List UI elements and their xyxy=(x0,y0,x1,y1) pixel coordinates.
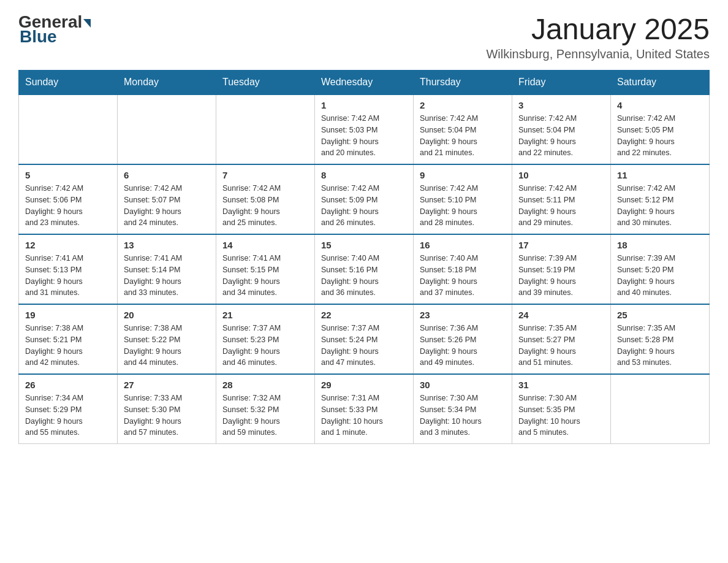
day-number: 16 xyxy=(420,240,506,250)
calendar-cell: 14Sunrise: 7:41 AM Sunset: 5:15 PM Dayli… xyxy=(216,234,315,304)
calendar-cell: 2Sunrise: 7:42 AM Sunset: 5:04 PM Daylig… xyxy=(414,94,512,164)
day-number: 26 xyxy=(25,380,111,390)
week-row-5: 26Sunrise: 7:34 AM Sunset: 5:29 PM Dayli… xyxy=(19,374,710,444)
day-info: Sunrise: 7:39 AM Sunset: 5:20 PM Dayligh… xyxy=(617,253,703,299)
calendar-cell: 24Sunrise: 7:35 AM Sunset: 5:27 PM Dayli… xyxy=(512,304,611,374)
calendar-cell: 10Sunrise: 7:42 AM Sunset: 5:11 PM Dayli… xyxy=(512,164,611,234)
day-info: Sunrise: 7:42 AM Sunset: 5:10 PM Dayligh… xyxy=(420,183,506,229)
weekday-header-sunday: Sunday xyxy=(19,71,118,95)
day-number: 20 xyxy=(124,310,210,320)
week-row-4: 19Sunrise: 7:38 AM Sunset: 5:21 PM Dayli… xyxy=(19,304,710,374)
calendar-cell: 13Sunrise: 7:41 AM Sunset: 5:14 PM Dayli… xyxy=(118,234,216,304)
weekday-header-wednesday: Wednesday xyxy=(315,71,414,95)
day-number: 17 xyxy=(518,240,604,250)
weekday-header-thursday: Thursday xyxy=(414,71,512,95)
day-info: Sunrise: 7:42 AM Sunset: 5:06 PM Dayligh… xyxy=(25,183,111,229)
calendar-cell: 21Sunrise: 7:37 AM Sunset: 5:23 PM Dayli… xyxy=(216,304,315,374)
day-info: Sunrise: 7:38 AM Sunset: 5:21 PM Dayligh… xyxy=(25,323,111,369)
calendar-cell: 27Sunrise: 7:33 AM Sunset: 5:30 PM Dayli… xyxy=(118,374,216,444)
day-number: 15 xyxy=(321,240,407,250)
day-number: 24 xyxy=(518,310,604,320)
day-info: Sunrise: 7:42 AM Sunset: 5:11 PM Dayligh… xyxy=(518,183,604,229)
calendar-cell: 12Sunrise: 7:41 AM Sunset: 5:13 PM Dayli… xyxy=(19,234,118,304)
calendar-cell: 31Sunrise: 7:30 AM Sunset: 5:35 PM Dayli… xyxy=(512,374,611,444)
day-number: 28 xyxy=(222,380,308,390)
day-number: 25 xyxy=(617,310,703,320)
calendar-cell: 6Sunrise: 7:42 AM Sunset: 5:07 PM Daylig… xyxy=(118,164,216,234)
day-info: Sunrise: 7:42 AM Sunset: 5:04 PM Dayligh… xyxy=(518,113,604,159)
day-info: Sunrise: 7:32 AM Sunset: 5:32 PM Dayligh… xyxy=(222,393,308,439)
calendar-cell: 16Sunrise: 7:40 AM Sunset: 5:18 PM Dayli… xyxy=(414,234,512,304)
calendar-body: 1Sunrise: 7:42 AM Sunset: 5:03 PM Daylig… xyxy=(19,94,710,444)
day-number: 9 xyxy=(420,170,506,180)
page-header: General Blue January 2025 Wilkinsburg, P… xyxy=(18,12,710,61)
day-number: 8 xyxy=(321,170,407,180)
day-info: Sunrise: 7:40 AM Sunset: 5:18 PM Dayligh… xyxy=(420,253,506,299)
weekday-header-friday: Friday xyxy=(512,71,611,95)
calendar-cell: 7Sunrise: 7:42 AM Sunset: 5:08 PM Daylig… xyxy=(216,164,315,234)
day-info: Sunrise: 7:37 AM Sunset: 5:24 PM Dayligh… xyxy=(321,323,407,369)
day-number: 10 xyxy=(518,170,604,180)
calendar-cell: 20Sunrise: 7:38 AM Sunset: 5:22 PM Dayli… xyxy=(118,304,216,374)
day-number: 3 xyxy=(518,100,604,110)
day-info: Sunrise: 7:31 AM Sunset: 5:33 PM Dayligh… xyxy=(321,393,407,439)
day-number: 27 xyxy=(124,380,210,390)
logo: General Blue xyxy=(18,12,91,47)
week-row-2: 5Sunrise: 7:42 AM Sunset: 5:06 PM Daylig… xyxy=(19,164,710,234)
day-info: Sunrise: 7:42 AM Sunset: 5:08 PM Dayligh… xyxy=(222,183,308,229)
logo-blue-text: Blue xyxy=(18,27,57,47)
day-info: Sunrise: 7:39 AM Sunset: 5:19 PM Dayligh… xyxy=(518,253,604,299)
calendar-cell: 11Sunrise: 7:42 AM Sunset: 5:12 PM Dayli… xyxy=(611,164,710,234)
day-info: Sunrise: 7:41 AM Sunset: 5:15 PM Dayligh… xyxy=(222,253,308,299)
day-info: Sunrise: 7:34 AM Sunset: 5:29 PM Dayligh… xyxy=(25,393,111,439)
calendar-cell: 5Sunrise: 7:42 AM Sunset: 5:06 PM Daylig… xyxy=(19,164,118,234)
day-info: Sunrise: 7:30 AM Sunset: 5:35 PM Dayligh… xyxy=(518,393,604,439)
calendar-cell: 26Sunrise: 7:34 AM Sunset: 5:29 PM Dayli… xyxy=(19,374,118,444)
day-number: 2 xyxy=(420,100,506,110)
day-info: Sunrise: 7:35 AM Sunset: 5:27 PM Dayligh… xyxy=(518,323,604,369)
day-number: 1 xyxy=(321,100,407,110)
day-number: 13 xyxy=(124,240,210,250)
day-number: 19 xyxy=(25,310,111,320)
day-info: Sunrise: 7:42 AM Sunset: 5:04 PM Dayligh… xyxy=(420,113,506,159)
calendar-cell xyxy=(19,94,118,164)
day-number: 7 xyxy=(222,170,308,180)
day-info: Sunrise: 7:38 AM Sunset: 5:22 PM Dayligh… xyxy=(124,323,210,369)
day-info: Sunrise: 7:42 AM Sunset: 5:05 PM Dayligh… xyxy=(617,113,703,159)
weekday-header-row: SundayMondayTuesdayWednesdayThursdayFrid… xyxy=(19,71,710,95)
calendar-cell: 3Sunrise: 7:42 AM Sunset: 5:04 PM Daylig… xyxy=(512,94,611,164)
day-info: Sunrise: 7:41 AM Sunset: 5:14 PM Dayligh… xyxy=(124,253,210,299)
day-info: Sunrise: 7:41 AM Sunset: 5:13 PM Dayligh… xyxy=(25,253,111,299)
day-info: Sunrise: 7:42 AM Sunset: 5:07 PM Dayligh… xyxy=(124,183,210,229)
calendar-cell: 4Sunrise: 7:42 AM Sunset: 5:05 PM Daylig… xyxy=(611,94,710,164)
day-info: Sunrise: 7:42 AM Sunset: 5:09 PM Dayligh… xyxy=(321,183,407,229)
day-number: 5 xyxy=(25,170,111,180)
calendar-cell xyxy=(118,94,216,164)
day-info: Sunrise: 7:30 AM Sunset: 5:34 PM Dayligh… xyxy=(420,393,506,439)
day-number: 31 xyxy=(518,380,604,390)
logo-arrow-icon xyxy=(83,19,91,28)
calendar-cell: 15Sunrise: 7:40 AM Sunset: 5:16 PM Dayli… xyxy=(315,234,414,304)
calendar-cell: 1Sunrise: 7:42 AM Sunset: 5:03 PM Daylig… xyxy=(315,94,414,164)
day-info: Sunrise: 7:33 AM Sunset: 5:30 PM Dayligh… xyxy=(124,393,210,439)
calendar-cell xyxy=(216,94,315,164)
calendar-cell: 28Sunrise: 7:32 AM Sunset: 5:32 PM Dayli… xyxy=(216,374,315,444)
day-info: Sunrise: 7:35 AM Sunset: 5:28 PM Dayligh… xyxy=(617,323,703,369)
day-number: 18 xyxy=(617,240,703,250)
calendar-cell: 30Sunrise: 7:30 AM Sunset: 5:34 PM Dayli… xyxy=(414,374,512,444)
day-info: Sunrise: 7:42 AM Sunset: 5:03 PM Dayligh… xyxy=(321,113,407,159)
week-row-1: 1Sunrise: 7:42 AM Sunset: 5:03 PM Daylig… xyxy=(19,94,710,164)
day-number: 6 xyxy=(124,170,210,180)
calendar-header: SundayMondayTuesdayWednesdayThursdayFrid… xyxy=(19,71,710,95)
week-row-3: 12Sunrise: 7:41 AM Sunset: 5:13 PM Dayli… xyxy=(19,234,710,304)
day-info: Sunrise: 7:37 AM Sunset: 5:23 PM Dayligh… xyxy=(222,323,308,369)
day-number: 21 xyxy=(222,310,308,320)
weekday-header-tuesday: Tuesday xyxy=(216,71,315,95)
calendar-cell: 23Sunrise: 7:36 AM Sunset: 5:26 PM Dayli… xyxy=(414,304,512,374)
day-number: 23 xyxy=(420,310,506,320)
day-info: Sunrise: 7:36 AM Sunset: 5:26 PM Dayligh… xyxy=(420,323,506,369)
month-title: January 2025 xyxy=(486,12,710,46)
day-number: 11 xyxy=(617,170,703,180)
location-subtitle: Wilkinsburg, Pennsylvania, United States xyxy=(486,47,710,61)
calendar-cell: 29Sunrise: 7:31 AM Sunset: 5:33 PM Dayli… xyxy=(315,374,414,444)
